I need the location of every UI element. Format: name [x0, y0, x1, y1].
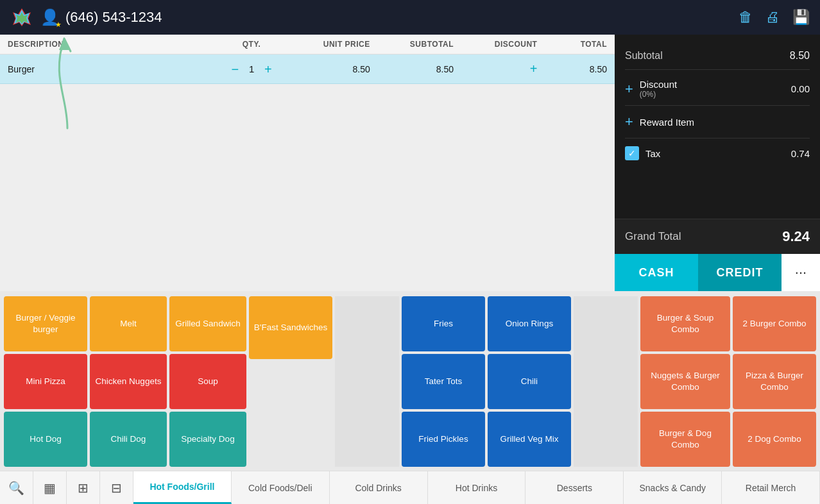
subtotal-value: 8.50 — [790, 50, 810, 62]
discount-value: 0.00 — [791, 83, 810, 94]
tax-label: Tax — [645, 148, 791, 159]
menu-item-chicken-nuggets[interactable]: Chicken Nuggets — [90, 354, 167, 409]
menu-item-pizza-burger-combo[interactable]: Pizza & Burger Combo — [733, 354, 816, 409]
menu-item-chili-dog[interactable]: Chili Dog — [90, 412, 167, 467]
discount-add-icon[interactable]: + — [625, 81, 633, 97]
blue-group-1: Fries Tater Tots Fried Pickles — [402, 296, 485, 467]
menu-item-hot-dog[interactable]: Hot Dog — [4, 412, 87, 467]
menu-item-soup[interactable]: Soup — [169, 354, 246, 409]
menu-item-burger-dog-combo[interactable]: Burger & Dog Combo — [640, 412, 730, 467]
totals-content: Subtotal 8.50 + Discount (0%) 0.00 + Rew… — [615, 35, 820, 219]
col-header-unit: UNIT PRICE — [286, 40, 370, 49]
discount-sub: (0%) — [640, 90, 791, 99]
grid-tab-icon[interactable]: ⊞ — [67, 471, 100, 504]
category-tabs: 🔍 ▦ ⊞ ⊟ Hot Foods/Grill Cold Foods/Deli … — [0, 471, 820, 504]
tax-checkbox[interactable]: ✓ — [625, 146, 639, 160]
delete-button[interactable]: 🗑 — [739, 9, 753, 26]
user-icon[interactable]: 👤 ★ — [40, 7, 60, 28]
col-header-subtotal: SUBTOTAL — [370, 40, 454, 49]
tab-snacks-candy[interactable]: Snacks & Candy — [624, 471, 722, 504]
menu-item-nuggets-burger-combo[interactable]: Nuggets & Burger Combo — [640, 354, 730, 409]
totals-panel: Subtotal 8.50 + Discount (0%) 0.00 + Rew… — [615, 35, 820, 291]
yellow-group-2: Melt Chicken Nuggets Chili Dog — [90, 296, 167, 467]
tax-value: 0.74 — [791, 148, 810, 159]
qty-increase-button[interactable]: + — [264, 63, 272, 76]
bottom-section: Burger / Veggie burger Mini Pizza Hot Do… — [0, 291, 820, 504]
row-description: Burger — [8, 64, 217, 74]
menu-item-melt[interactable]: Melt — [90, 296, 167, 351]
menu-item-burger-soup-combo[interactable]: Burger & Soup Combo — [640, 296, 730, 351]
reward-row: + Reward Item — [625, 106, 810, 139]
tab-retail-merch[interactable]: Retail Merch — [722, 471, 820, 504]
more-payment-button[interactable]: ··· — [782, 254, 820, 291]
menu-item-fries[interactable]: Fries — [402, 296, 485, 351]
menu-item-burger-veggie[interactable]: Burger / Veggie burger — [4, 296, 87, 351]
menu-spacer — [335, 296, 399, 467]
grand-total-label: Grand Total — [625, 230, 681, 243]
tab-cold-foods-deli[interactable]: Cold Foods/Deli — [232, 471, 330, 504]
cash-button[interactable]: CASH — [615, 254, 698, 291]
discount-row: + Discount (0%) 0.00 — [625, 72, 810, 106]
menu-grid: Burger / Veggie burger Mini Pizza Hot Do… — [0, 291, 820, 471]
row-discount: + — [454, 62, 537, 76]
subtotal-label: Subtotal — [625, 50, 663, 62]
col-header-desc: DESCRIPTION — [8, 40, 217, 49]
menu-item-grilled-veg-mix[interactable]: Grilled Veg Mix — [488, 412, 571, 467]
menu-item-bfast-sandwiches[interactable]: B'Fast Sandwiches — [249, 296, 332, 359]
order-empty-area — [0, 173, 615, 292]
row-unit-price: 8.50 — [286, 64, 370, 74]
menu-item-chili[interactable]: Chili — [488, 354, 571, 409]
discount-info: Discount (0%) — [640, 79, 791, 99]
order-panel: DESCRIPTION QTY. UNIT PRICE SUBTOTAL DIS… — [0, 35, 615, 291]
row-total: 8.50 — [537, 64, 607, 74]
barcode-tab-icon[interactable]: ▦ — [33, 471, 67, 504]
col-header-qty: QTY. — [217, 40, 287, 49]
print-button[interactable]: 🖨 — [765, 9, 780, 26]
tab-desserts[interactable]: Desserts — [525, 471, 624, 504]
discount-label: Discount — [640, 79, 791, 90]
orange-group-2: 2 Burger Combo Pizza & Burger Combo 2 Do… — [733, 296, 816, 467]
tab-hot-drinks[interactable]: Hot Drinks — [428, 471, 526, 504]
row-subtotal: 8.50 — [370, 64, 454, 74]
subtotal-row: Subtotal 8.50 — [625, 45, 810, 67]
grand-total-row: Grand Total 9.24 — [615, 219, 820, 254]
menu-item-fried-pickles[interactable]: Fried Pickles — [402, 412, 485, 467]
order-table-header: DESCRIPTION QTY. UNIT PRICE SUBTOTAL DIS… — [0, 35, 615, 55]
star-badge: ★ — [55, 21, 62, 29]
save-button[interactable]: 💾 — [792, 9, 810, 26]
menu-spacer-2 — [574, 296, 638, 467]
credit-button[interactable]: CREDIT — [698, 254, 782, 291]
col-header-total: TOTAL — [537, 40, 607, 49]
yellow-group-4: B'Fast Sandwiches — [249, 296, 332, 467]
menu-item-tater-tots[interactable]: Tater Tots — [402, 354, 485, 409]
menu-item-specialty-dog[interactable]: Specialty Dog — [169, 412, 246, 467]
table-row: Burger − 1 + 8.50 8.50 + 8.50 — [0, 55, 615, 84]
menu-item-2-burger-combo[interactable]: 2 Burger Combo — [733, 296, 816, 351]
phone-number: (646) 543-1234 — [65, 9, 739, 26]
reward-label: Reward Item — [640, 117, 810, 128]
blue-group-2: Onion Rings Chili Grilled Veg Mix — [488, 296, 571, 467]
main-area: DESCRIPTION QTY. UNIT PRICE SUBTOTAL DIS… — [0, 35, 820, 291]
col-header-discount: DISCOUNT — [454, 40, 537, 49]
logo — [10, 6, 33, 29]
search-tab-icon[interactable]: 🔍 — [0, 471, 33, 504]
menu-item-onion-rings[interactable]: Onion Rings — [488, 296, 571, 351]
header: 👤 ★ (646) 543-1234 🗑 🖨 💾 — [0, 0, 820, 35]
qty-decrease-button[interactable]: − — [231, 63, 239, 76]
tab-cold-drinks[interactable]: Cold Drinks — [330, 471, 428, 504]
menu-item-2-dog-combo[interactable]: 2 Dog Combo — [733, 412, 816, 467]
yellow-group-1: Burger / Veggie burger Mini Pizza Hot Do… — [4, 296, 87, 467]
orange-group-1: Burger & Soup Combo Nuggets & Burger Com… — [640, 296, 730, 467]
menu-item-mini-pizza[interactable]: Mini Pizza — [4, 354, 87, 409]
header-actions: 🗑 🖨 💾 — [739, 9, 810, 26]
tax-check-icon: ✓ — [628, 148, 636, 158]
row-qty: − 1 + — [217, 63, 287, 76]
discount-add-button[interactable]: + — [530, 62, 538, 76]
tax-row: ✓ Tax 0.74 — [625, 139, 810, 168]
payment-buttons: CASH CREDIT ··· — [615, 254, 820, 291]
list-tab-icon[interactable]: ⊟ — [100, 471, 133, 504]
grand-total-value: 9.24 — [782, 228, 810, 245]
reward-add-icon[interactable]: + — [625, 113, 633, 130]
tab-hot-foods-grill[interactable]: Hot Foods/Grill — [133, 471, 232, 504]
menu-item-grilled-sandwich[interactable]: Grilled Sandwich — [169, 296, 246, 351]
